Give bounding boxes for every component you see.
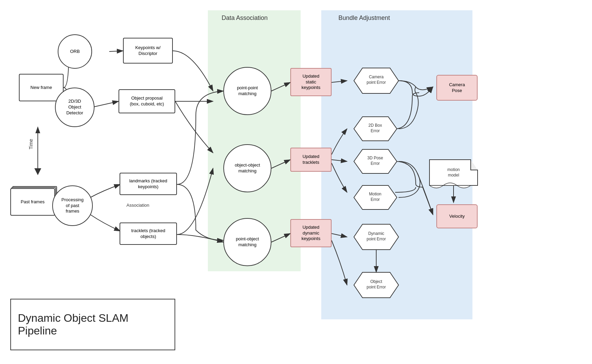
diagram-container: Data Association Bundle Adjustment Time [0,0,592,364]
landmarks-node: landmarks (tracked keypoints) [120,173,177,195]
updated-dynamic-keypoints-node: Updated dynamic keypoints [290,219,332,247]
updated-tracklets-node: Updated tracklets [290,148,332,172]
tracklets-node: tracklets (tracked objects) [120,223,177,245]
past-frames-node: Past frames [10,188,55,216]
svg-marker-2 [34,168,41,175]
legend-box: Dynamic Object SLAM Pipeline [10,299,175,350]
object-proposal-node: Object proposal (box, cuboid, etc) [119,89,175,113]
data-association-label: Data Association [222,14,268,22]
legend-title: Dynamic Object SLAM Pipeline [18,312,168,337]
object-detector-node: 2D/3D Object Detector [55,88,94,127]
orb-node: ORB [58,34,92,69]
point-point-matching-node: point-point matching [223,67,271,115]
point-object-matching-node: point-object matching [223,218,271,266]
svg-text:Time: Time [28,139,34,149]
association-label: Association [126,203,149,208]
new-frame-node: New frame [19,74,64,101]
updated-static-keypoints-node: Updated static keypoints [290,68,332,96]
bundle-adjustment-label: Bundle Adjustment [338,14,390,22]
svg-line-5 [91,101,119,107]
svg-line-4 [109,51,123,52]
bundle-adjustment-bg [321,10,472,319]
camera-pose-node: Camera Pose [436,75,478,101]
object-object-matching-node: object-object matching [223,144,271,192]
processing-node: Processing of past frames [52,185,93,226]
velocity-node: Velocity [436,204,478,228]
keypoints-node: Keypoints w/ Discriptor [123,38,173,64]
